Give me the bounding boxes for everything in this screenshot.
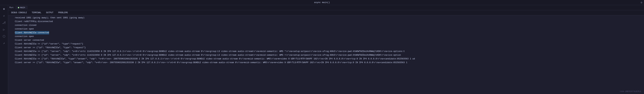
console-line: Client server >> {"id": "XbVsVWZICw", "t… — [8, 46, 644, 50]
console-line: Client XbVsVWZICw << {"id": "XbVsVWZICw"… — [8, 57, 644, 61]
window-title: async main() — [314, 1, 330, 4]
explorer-icon[interactable]: ≡ — [1, 7, 7, 12]
settings-icon[interactable]: ⚙ — [640, 1, 642, 4]
console-line: received 1001 (going away); then sent 10… — [8, 16, 644, 20]
run-bar: Run: main — [8, 5, 644, 10]
watermark: CSDN @够风来不知道风去 — [620, 90, 641, 93]
line-content: received 1001 (going away); then sent 10… — [15, 16, 84, 20]
activity-bar: ≡ ⌕ ⎇ ▷ ⬡ ↗ — [0, 5, 8, 94]
line-content: connection open — [15, 35, 34, 38]
title-bar: async main() ⚙ — [0, 0, 644, 5]
line-content: connection closed — [15, 24, 36, 27]
console-content: received 1001 (going away); then sent 10… — [8, 15, 644, 94]
line-content: Client XbVsVWZICw << {"id":"server", "ty… — [15, 42, 83, 46]
tab-terminal[interactable]: TERMINAL — [30, 11, 43, 14]
run-tab-label: main — [20, 7, 25, 9]
run-dot — [18, 7, 19, 8]
console-line: Client XbVsVWZICw >> {"id": "server", "s… — [8, 53, 644, 57]
console-line: Client XbVsVWZICw >> {"id": "server", "s… — [8, 50, 644, 53]
console-line: connection open — [8, 35, 644, 38]
console-line: Client XbVsVWZICw connected — [8, 31, 644, 35]
console-line: Client re8U77FRtq disconnected — [8, 20, 644, 23]
line-content: Client server connected — [15, 38, 44, 42]
line-content: connection open — [15, 27, 34, 31]
console-line: connection open — [8, 27, 644, 31]
line-content: Client XbVsVWZICw connected — [15, 31, 49, 34]
line-content: Client server >> {"id": "XbVsVWZICw", "t… — [15, 46, 86, 49]
run-label: Run: — [10, 7, 14, 9]
console-header: DEBUG CONSOLE TERMINAL OUTPUT PROBLEMS — [8, 10, 644, 15]
tab-debug-console[interactable]: DEBUG CONSOLE — [10, 11, 29, 14]
debug-icon[interactable]: ▷ — [1, 27, 7, 32]
tab-problems[interactable]: PROBLEMS — [56, 11, 70, 14]
remote-icon[interactable]: ↗ — [1, 40, 7, 46]
line-content: Client XbVsVWZICw >> {"id": "server", "s… — [15, 54, 401, 57]
main-layout: ≡ ⌕ ⎇ ▷ ⬡ ↗ Run: main DEBUG CONSOLE TERM… — [0, 5, 644, 94]
line-content: Client XbVsVWZICw << {"id": "XbVsVWZICw"… — [15, 57, 415, 61]
search-icon[interactable]: ⌕ — [1, 13, 7, 19]
console-line: Client XbVsVWZICw << {"id":"server", "ty… — [8, 42, 644, 46]
line-content: Client server >> {"id": "XbVsVWZICw", "t… — [15, 61, 407, 64]
console-line: Client server connected — [8, 38, 644, 42]
run-tab[interactable]: main — [16, 6, 27, 9]
console-line: Client server >> {"id": "XbVsVWZICw", "t… — [8, 61, 644, 65]
line-content: Client XbVsVWZICw >> {"id": "server", "s… — [15, 50, 405, 53]
tab-output[interactable]: OUTPUT — [44, 11, 55, 14]
console-panel: Run: main DEBUG CONSOLE TERMINAL OUTPUT … — [8, 5, 644, 94]
git-icon[interactable]: ⎇ — [1, 20, 7, 25]
console-line: connection closed — [8, 23, 644, 27]
line-content: Client re8U77FRtq disconnected — [15, 20, 53, 23]
extensions-icon[interactable]: ⬡ — [1, 34, 7, 39]
top-bar-actions: ⚙ — [640, 1, 642, 4]
